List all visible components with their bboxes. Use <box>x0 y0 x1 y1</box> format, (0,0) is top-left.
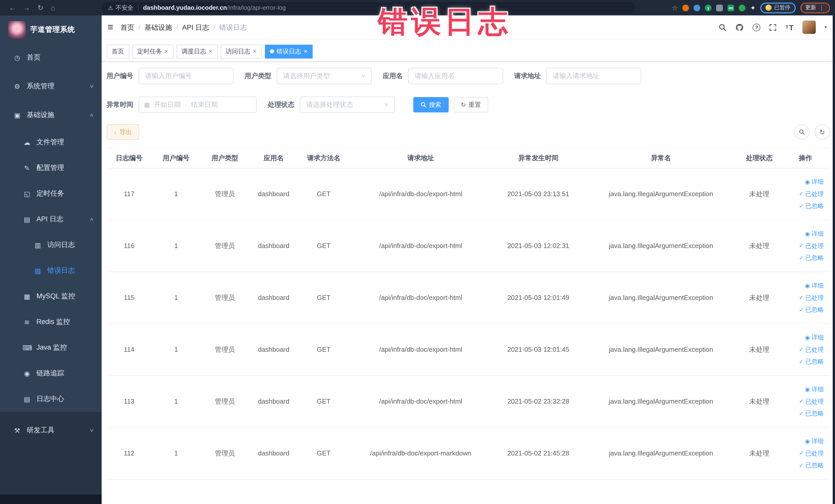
detail-link[interactable]: ◉详细 <box>805 333 824 342</box>
close-icon[interactable]: × <box>165 48 168 55</box>
ignored-link[interactable]: ✓已忽略 <box>799 306 824 315</box>
cell-status: 未处理 <box>737 345 781 354</box>
processed-link[interactable]: ✓已处理 <box>799 242 824 250</box>
refresh-table-button[interactable]: ↻ <box>814 124 830 140</box>
sidebar-item[interactable]: ▣ 基础设施ᐱ <box>0 101 101 129</box>
processed-link[interactable]: ✓已处理 <box>799 190 824 199</box>
detail-link[interactable]: ◉详细 <box>805 437 824 446</box>
request-url-input[interactable]: 请输入请求地址 <box>546 68 641 84</box>
cell-app_name: dashboard <box>249 241 298 250</box>
processed-link[interactable]: ✓已处理 <box>799 397 824 406</box>
app-name-input[interactable]: 请输入应用名 <box>408 68 503 84</box>
update-badge[interactable]: 更新 ⋮ <box>800 2 830 13</box>
github-icon[interactable] <box>735 23 744 32</box>
breadcrumb-item[interactable]: 首页 <box>120 23 134 31</box>
filter-buttons: 搜索 ↻ 重置 <box>413 97 488 113</box>
address-bar[interactable]: ⚠ 不安全 dashboard.yudao.iocoder.cn /infra/… <box>102 2 635 13</box>
sidebar-logo[interactable]: 芋道管理系统 <box>8 20 101 40</box>
sidebar-item[interactable]: ✎ 配置管理 <box>0 155 101 181</box>
sidebar-item[interactable]: ▥ 访问日志 <box>0 232 101 258</box>
page-scrollbar[interactable] <box>833 15 835 504</box>
user-avatar[interactable] <box>802 21 816 34</box>
sidebar-item[interactable]: ◷ 首页 <box>0 43 101 72</box>
filter-field: 用户编号请输入用户编号 <box>106 68 233 84</box>
paused-badge[interactable]: 已暂停 <box>760 2 795 13</box>
ignored-link[interactable]: ✓已忽略 <box>799 254 824 263</box>
cell-actions: ◉详细✓已处理✓已忽略 <box>781 178 830 211</box>
sidebar-item[interactable]: ◱ 定时任务 <box>0 181 101 206</box>
sidebar-item[interactable]: ⚒ 研发工具ᐯ <box>0 417 101 444</box>
breadcrumb-item[interactable]: API 日志 <box>182 23 209 31</box>
sidebar-item[interactable]: ▤ API 日志ᐱ <box>0 206 101 232</box>
sidebar-item[interactable]: ☁ 文件管理 <box>0 129 101 155</box>
security-label[interactable]: 不安全 <box>116 4 133 12</box>
breadcrumb-item[interactable]: 基础设施 <box>144 23 172 31</box>
hamburger-icon[interactable]: ≡ <box>107 22 113 33</box>
green-y-extension-icon[interactable]: y <box>705 4 712 11</box>
processed-link[interactable]: ✓已处理 <box>799 294 824 302</box>
detail-link[interactable]: ◉详细 <box>805 229 824 238</box>
error-log-icon: ▧ <box>33 267 42 275</box>
sidebar-item-label: 定时任务 <box>37 189 64 198</box>
user-id-input[interactable]: 请输入用户编号 <box>138 68 233 84</box>
bookmark-star-icon[interactable]: ☆ <box>672 4 678 12</box>
sidebar-item[interactable]: ⌨ Java 监控 <box>0 335 101 361</box>
tab[interactable]: 首页 <box>106 44 129 58</box>
user-type-select[interactable]: 请选择用户类型ᐯ <box>277 68 371 84</box>
tab[interactable]: 错误日志× <box>265 44 312 58</box>
ignored-link[interactable]: ✓已忽略 <box>799 461 824 470</box>
cell-url: /api/infra/db-doc/export-html <box>349 345 492 354</box>
home-icon[interactable]: ⌂ <box>50 4 55 12</box>
column-header-user_id: 用户编号 <box>152 154 201 163</box>
refresh-icon: ↻ <box>461 101 466 108</box>
kebab-menu-icon[interactable]: ⋮ <box>819 4 825 11</box>
forward-icon[interactable]: → <box>23 4 30 12</box>
search-icon[interactable] <box>719 23 727 31</box>
toggle-search-button[interactable] <box>794 124 809 140</box>
reset-button[interactable]: ↻ 重置 <box>453 97 488 113</box>
leaf-extension-icon[interactable] <box>739 4 746 11</box>
process-status-select[interactable]: 请选择处理状态ᐯ <box>300 97 394 113</box>
close-icon[interactable]: × <box>253 48 257 55</box>
ignored-link[interactable]: ✓已忽略 <box>799 202 824 211</box>
ignored-link[interactable]: ✓已忽略 <box>799 358 824 366</box>
tab[interactable]: 调度日志× <box>176 44 218 58</box>
caret-down-icon[interactable]: ▾ <box>824 25 827 30</box>
search-button[interactable]: 搜索 <box>413 97 448 113</box>
shield-extension-icon[interactable] <box>694 4 700 11</box>
tab[interactable]: 访问日志× <box>221 44 262 58</box>
cell-actions: ◉详细✓已处理✓已忽略 <box>781 437 830 470</box>
export-button[interactable]: ↓ 导出 <box>106 124 139 140</box>
check-icon: ✓ <box>799 306 804 314</box>
tab[interactable]: 定时任务× <box>132 44 173 58</box>
detail-link[interactable]: ◉详细 <box>805 385 824 394</box>
reload-icon[interactable]: ↻ <box>38 4 43 12</box>
cell-user_id: 1 <box>152 189 201 199</box>
breadcrumb-separator: / <box>213 23 215 31</box>
back-icon[interactable]: ← <box>9 4 16 12</box>
close-icon[interactable]: × <box>304 48 307 55</box>
ignored-link[interactable]: ✓已忽略 <box>799 409 824 418</box>
sidebar-item[interactable]: ◉ 链路追踪 <box>0 361 101 386</box>
sidebar-item[interactable]: ⚙ 系统管理ᐯ <box>0 72 101 101</box>
sidebar-item[interactable]: ▤ 日志中心 <box>0 386 101 412</box>
orange-extension-icon[interactable] <box>682 4 689 11</box>
sidebar-item[interactable]: ▦ MySQL 监控 <box>0 283 101 309</box>
detail-link[interactable]: ◉详细 <box>805 281 824 290</box>
help-icon[interactable]: ? <box>753 23 760 31</box>
processed-link[interactable]: ✓已处理 <box>799 449 824 458</box>
on-badge-extension-icon[interactable]: on <box>728 4 734 11</box>
font-size-icon[interactable]: TT <box>786 23 794 32</box>
sidebar-item[interactable]: ▧ 错误日志 <box>0 258 101 283</box>
close-icon[interactable]: × <box>209 48 212 55</box>
calendar-icon: ▦ <box>144 101 150 108</box>
grid-extension-icon[interactable] <box>716 4 723 11</box>
sidebar-item[interactable]: ≋ Redis 监控 <box>0 309 101 335</box>
fullscreen-icon[interactable] <box>769 23 777 31</box>
detail-link[interactable]: ◉详细 <box>805 178 824 186</box>
processed-link[interactable]: ✓已处理 <box>799 345 824 354</box>
exception-time-range-input[interactable]: ▦ 开始日期 - 结束日期 <box>138 97 257 113</box>
api-log-icon: ▤ <box>23 216 31 223</box>
puzzle-extension-icon[interactable]: ✦ <box>750 4 756 12</box>
sidebar-menu: ◷ 首页 ⚙ 系统管理ᐯ ▣ 基础设施ᐱ ☁ 文件管理 ✎ 配置管理 ◱ 定时任… <box>0 43 101 444</box>
